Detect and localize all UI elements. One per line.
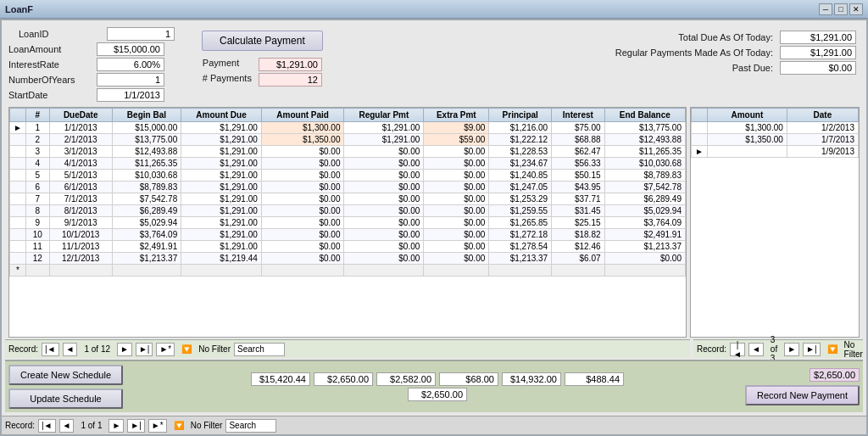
create-schedule-button[interactable]: Create New Schedule: [8, 365, 123, 385]
table-row[interactable]: 3 3/1/2013 $12,493.88 $1,291.00 $0.00 $0…: [10, 146, 686, 158]
table-row[interactable]: 4 4/1/2013 $11,265.35 $1,291.00 $0.00 $0…: [10, 158, 686, 170]
num-payments-input[interactable]: [259, 73, 322, 87]
interestrate-label: InterestRate: [8, 59, 93, 70]
outer-nav-filter-icon: 🔽: [174, 421, 184, 430]
main-window: LoanID LoanAmount InterestRate NumberOfY…: [0, 19, 868, 436]
calc-section: Calculate Payment Payment # Payments: [185, 27, 340, 102]
total-due-label: Total Due As Of Today:: [678, 32, 773, 42]
outer-nav-next-button[interactable]: ►: [108, 419, 124, 433]
record-payment-button[interactable]: Record New Payment: [745, 385, 860, 405]
col-amtpaid: Amount Paid: [261, 109, 344, 122]
outer-nav-record-label: Record:: [5, 421, 35, 430]
main-nav-record-label: Record:: [8, 344, 38, 354]
col-regularpmt: Regular Pmt: [344, 109, 424, 122]
side-nav-filter-icon: 🔽: [827, 344, 837, 354]
col-num: #: [25, 109, 49, 122]
main-table-container: # DueDate Begin Bal Amount Due Amount Pa…: [8, 107, 687, 338]
col-amtdue: Amount Due: [181, 109, 262, 122]
total-amtpaid: $15,420.44: [251, 372, 310, 386]
side-col-date: Date: [787, 109, 858, 122]
calculate-payment-button[interactable]: Calculate Payment: [202, 31, 323, 51]
title-bar-text: LoanF: [5, 4, 819, 14]
main-nav-first-button[interactable]: |◄: [42, 343, 59, 356]
minimize-button[interactable]: ─: [819, 3, 832, 15]
regular-payments-label: Regular Payments Made As Of Today:: [615, 48, 773, 58]
interestrate-input[interactable]: [97, 58, 164, 71]
startdate-input[interactable]: [97, 88, 164, 102]
form-fields: LoanID LoanAmount InterestRate NumberOfY…: [8, 27, 178, 102]
side-nav-first-button[interactable]: |◄: [730, 343, 745, 356]
outer-nav-prev-button[interactable]: ◄: [59, 419, 75, 433]
side-table-row[interactable]: $1,300.00 1/2/2013: [692, 122, 859, 134]
top-section: LoanID LoanAmount InterestRate NumberOfY…: [5, 24, 863, 105]
loanamount-label: LoanAmount: [8, 44, 93, 54]
regular-payments-value[interactable]: [780, 46, 856, 59]
loanamount-input[interactable]: [97, 42, 164, 56]
col-extrapmt: Extra Pmt: [424, 109, 489, 122]
side-table-row[interactable]: $1,350.00 1/7/2013: [692, 134, 859, 146]
total-extrapmt: $2,582.00: [376, 372, 436, 386]
row-indicator: [10, 134, 26, 146]
side-nav-next-button[interactable]: ►: [784, 343, 799, 356]
interestrate-row: InterestRate: [8, 58, 178, 71]
payment-label: Payment: [203, 58, 252, 71]
main-nav-prev-button[interactable]: ◄: [63, 343, 78, 356]
main-nav-current: 1 of 12: [84, 344, 110, 354]
outer-nav-last-button[interactable]: ►|: [127, 419, 145, 433]
loanid-input[interactable]: [107, 27, 175, 41]
table-row[interactable]: 8 8/1/2013 $6,289.49 $1,291.00 $0.00 $0.…: [10, 205, 686, 217]
close-button[interactable]: ✕: [849, 3, 863, 15]
loanid-label: LoanID: [19, 29, 103, 39]
main-nav-new-button[interactable]: ►*: [156, 343, 175, 356]
col-indicator: [10, 109, 26, 122]
table-row[interactable]: ► 1 1/1/2013 $15,000.00 $1,291.00 $1,300…: [10, 122, 686, 134]
row-indicator: ►: [10, 122, 26, 134]
row-indicator: [10, 146, 26, 158]
side-nav-record-label: Record:: [697, 344, 726, 354]
numyears-input[interactable]: [97, 73, 164, 87]
side-table-row[interactable]: ► 1/9/2013: [692, 146, 859, 158]
past-due-value[interactable]: [780, 61, 856, 75]
title-bar: LoanF ─ □ ✕: [0, 0, 868, 19]
main-nav-next-button[interactable]: ►: [117, 343, 132, 356]
side-nav-filter-label: No Filter: [844, 340, 863, 359]
side-nav-prev-button[interactable]: ◄: [748, 343, 764, 356]
tables-section: # DueDate Begin Bal Amount Due Amount Pa…: [5, 107, 863, 338]
main-nav-last-button[interactable]: ►|: [136, 343, 153, 356]
outer-nav-new-button[interactable]: ►*: [148, 419, 167, 433]
side-nav-last-button[interactable]: ►|: [803, 343, 821, 356]
table-row[interactable]: 2 2/1/2013 $13,775.00 $1,291.00 $1,350.0…: [10, 134, 686, 146]
table-row[interactable]: 6 6/1/2013 $8,789.83 $1,291.00 $0.00 $0.…: [10, 182, 686, 193]
bottom-section: Create New Schedule Update Schedule $15,…: [5, 360, 863, 412]
table-row[interactable]: 5 5/1/2013 $10,030.68 $1,291.00 $0.00 $0…: [10, 170, 686, 182]
title-bar-controls: ─ □ ✕: [819, 3, 863, 15]
outer-nav-filter-label: No Filter: [191, 421, 223, 430]
numyears-label: NumberOfYears: [8, 75, 93, 85]
total-due-value[interactable]: [780, 31, 856, 44]
total-regularpmt: $2,650.00: [314, 372, 373, 386]
startdate-row: StartDate: [8, 88, 178, 102]
main-nav-search-input[interactable]: [234, 343, 285, 356]
outer-nav-search-input[interactable]: [225, 419, 276, 433]
total-principal: $68.00: [439, 372, 498, 386]
side-row-indicator: [692, 122, 708, 134]
update-schedule-button[interactable]: Update Schedule: [8, 388, 123, 409]
table-row[interactable]: 10 10/1/2013 $3,764.09 $1,291.00 $0.00 $…: [10, 229, 686, 241]
payment-value-input[interactable]: [259, 58, 322, 71]
table-row[interactable]: 12 12/1/2013 $1,213.37 $1,219.44 $0.00 $…: [10, 253, 686, 265]
table-row[interactable]: 7 7/1/2013 $7,542.78 $1,291.00 $0.00 $0.…: [10, 193, 686, 205]
side-payment-total: $2,650.00: [810, 368, 860, 382]
table-row[interactable]: 9 9/1/2013 $5,029.94 $1,291.00 $0.00 $0.…: [10, 217, 686, 229]
loanamount-row: LoanAmount: [8, 42, 178, 56]
outer-nav-first-button[interactable]: |◄: [38, 419, 56, 433]
side-col-indicator: [692, 109, 708, 122]
maximize-button[interactable]: □: [834, 3, 848, 15]
action-buttons: Create New Schedule Update Schedule: [8, 365, 123, 409]
table-row[interactable]: 11 11/1/2013 $2,491.91 $1,291.00 $0.00 $…: [10, 241, 686, 253]
numyears-row: NumberOfYears: [8, 73, 178, 87]
summary-section: Total Due As Of Today: Regular Payments …: [612, 27, 860, 102]
totals-row-1: $15,420.44 $2,650.00 $2,582.00 $68.00 $1…: [136, 372, 738, 386]
total-interest: $14,932.00: [502, 372, 561, 386]
startdate-label: StartDate: [8, 90, 93, 100]
side-col-amount: Amount: [707, 109, 787, 122]
